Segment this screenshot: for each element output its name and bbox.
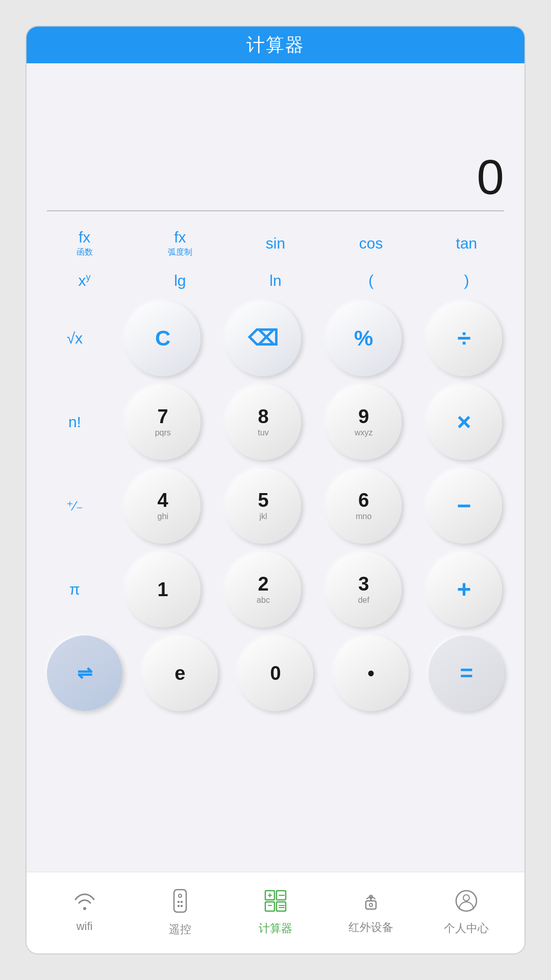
btn-multiply[interactable]: × [427, 384, 502, 460]
svg-point-20 [463, 895, 469, 901]
btn-plus[interactable]: + [427, 552, 502, 627]
nav-item-infrared[interactable]: 红外设备 [323, 891, 419, 935]
display-value: 0 [477, 149, 504, 205]
btn-0[interactable]: 0 [238, 635, 313, 711]
btn-clear[interactable]: C [125, 301, 201, 376]
btn-lg[interactable]: lg [132, 272, 228, 289]
btn-backspace[interactable]: ⌫ [226, 301, 301, 376]
btn-e[interactable]: e [142, 635, 218, 711]
btn-9[interactable]: 9 wxyz [326, 384, 402, 460]
btn-3[interactable]: 3 def [326, 552, 402, 627]
btn-convert[interactable]: ⇌ [47, 635, 122, 711]
btn-4[interactable]: 4 ghi [125, 468, 201, 544]
svg-rect-4 [178, 905, 180, 907]
svg-rect-16 [366, 901, 376, 909]
btn-sqrt[interactable]: √x [49, 330, 100, 347]
app-container: 计算器 0 fx 函数 fx 弧度制 sin cos tan [26, 26, 525, 954]
btn-2[interactable]: 2 abc [226, 552, 301, 627]
nav-item-person[interactable]: 个人中心 [419, 890, 514, 936]
nav-label-remote: 遥控 [169, 922, 191, 937]
calculator-icon [264, 890, 287, 917]
nav-item-remote[interactable]: 遥控 [132, 889, 228, 937]
svg-point-18 [369, 903, 372, 906]
btn-row-5: ⁺∕₋ 4 ghi 5 jkl 6 mno − [37, 464, 514, 548]
func-row-1: fx 函数 fx 弧度制 sin cos tan [37, 222, 514, 265]
nav-label-wifi: wifi [77, 920, 93, 933]
btn-row-3: √x C ⌫ % ÷ [37, 297, 514, 380]
btn-8[interactable]: 8 tuv [226, 384, 301, 460]
app-title: 计算器 [246, 33, 305, 58]
display-area: 0 [27, 63, 524, 216]
nav-item-wifi[interactable]: wifi [37, 893, 132, 933]
wifi-icon [73, 893, 96, 916]
nav-label-infrared: 红外设备 [348, 920, 393, 935]
btn-1[interactable]: 1 [125, 552, 201, 627]
btn-divide[interactable]: ÷ [427, 301, 502, 376]
func-row-2: xy lg ln ( ) [37, 265, 514, 297]
nav-item-calculator[interactable]: 计算器 [228, 890, 323, 936]
btn-row-4: n! 7 pqrs 8 tuv 9 wxyz × [37, 380, 514, 464]
svg-point-1 [179, 894, 182, 897]
btn-rparen[interactable]: ) [419, 272, 514, 289]
btn-pi[interactable]: π [49, 581, 100, 598]
title-bar: 计算器 [27, 27, 524, 63]
svg-rect-8 [265, 902, 274, 911]
remote-icon [172, 889, 188, 918]
svg-rect-2 [178, 901, 180, 903]
btn-equals[interactable]: = [429, 635, 504, 711]
btn-fx-rad[interactable]: fx 弧度制 [132, 229, 228, 258]
nav-label-calculator: 计算器 [259, 921, 292, 936]
btn-7[interactable]: 7 pqrs [125, 384, 201, 460]
keypad-area: fx 函数 fx 弧度制 sin cos tan xy lg [27, 216, 524, 872]
btn-lparen[interactable]: ( [323, 272, 419, 289]
bottom-nav: wifi 遥控 [27, 872, 524, 953]
btn-dot[interactable]: • [333, 635, 409, 711]
btn-factorial[interactable]: n! [49, 413, 100, 431]
svg-rect-3 [181, 901, 183, 903]
btn-plusminus[interactable]: ⁺∕₋ [49, 498, 100, 514]
btn-minus[interactable]: − [427, 468, 502, 544]
person-icon [455, 890, 478, 917]
svg-rect-0 [174, 890, 186, 912]
infrared-icon [360, 891, 382, 916]
svg-rect-5 [181, 905, 183, 907]
btn-tan[interactable]: tan [419, 235, 514, 252]
btn-ln[interactable]: ln [228, 272, 323, 289]
btn-row-7: ⇌ e 0 • = [37, 631, 514, 719]
btn-sin[interactable]: sin [228, 235, 323, 252]
btn-5[interactable]: 5 jkl [226, 468, 301, 544]
display-divider [47, 210, 504, 211]
btn-percent[interactable]: % [326, 301, 402, 376]
btn-6[interactable]: 6 mno [326, 468, 402, 544]
btn-xy[interactable]: xy [37, 272, 132, 289]
btn-row-6: π 1 2 abc 3 def + [37, 548, 514, 631]
svg-rect-9 [277, 902, 286, 911]
btn-fx-func[interactable]: fx 函数 [37, 229, 132, 258]
btn-cos[interactable]: cos [323, 235, 419, 252]
nav-label-person: 个人中心 [444, 921, 489, 936]
